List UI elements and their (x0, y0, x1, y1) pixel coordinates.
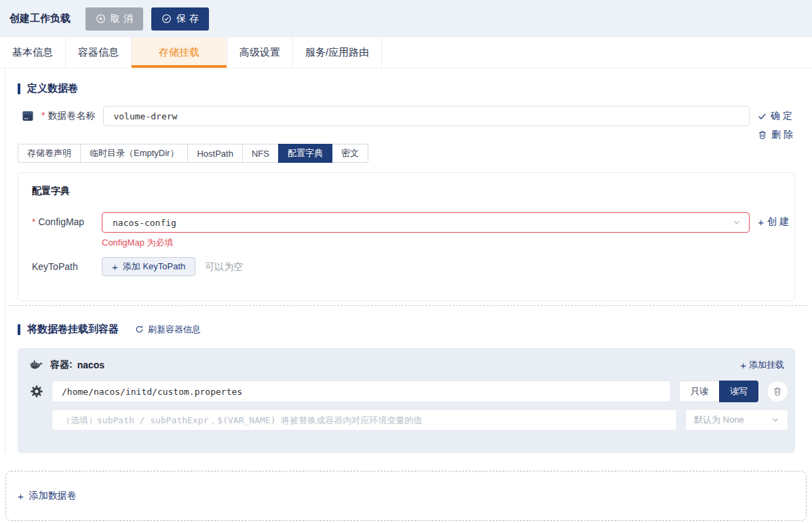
add-mount-link[interactable]: + 添加挂载 (740, 359, 788, 371)
mount-to-container-section: 将数据卷挂载到容器 刷新容器信息 (18, 323, 795, 453)
tab-container-info[interactable]: 容器信息 (66, 37, 132, 68)
create-configmap-link[interactable]: + 创建 (758, 212, 789, 228)
access-mode-toggle: 只读 读写 (679, 381, 758, 402)
remove-mount-button[interactable] (767, 381, 788, 402)
check-icon (758, 112, 767, 121)
gear-icon (30, 385, 43, 398)
volume-type-tabs: 存储卷声明 临时目录（EmptyDir） HostPath NFS 配置字典 密… (18, 144, 368, 163)
type-tab-emptydir[interactable]: 临时目录（EmptyDir） (80, 144, 188, 163)
refresh-icon (135, 325, 144, 334)
main-tab-bar: 基本信息 容器信息 存储挂载 高级设置 服务/应用路由 (0, 37, 812, 69)
configmap-panel-title: 配置字典 (32, 185, 789, 197)
tab-basic-info[interactable]: 基本信息 (0, 37, 66, 68)
container-header: 容器: nacos + 添加挂载 (30, 359, 788, 371)
tab-advanced-settings[interactable]: 高级设置 (227, 37, 293, 68)
section-bar (18, 83, 20, 94)
add-volume-button[interactable]: + 添加数据卷 (5, 471, 807, 521)
plus-icon: + (740, 360, 746, 371)
container-name: nacos (77, 360, 104, 370)
delete-volume-button[interactable]: 删除 (758, 129, 793, 141)
readonly-toggle[interactable]: 只读 (679, 381, 719, 402)
keytopath-label: KeyToPath (32, 257, 102, 272)
container-mount-panel: 容器: nacos + 添加挂载 (18, 348, 795, 453)
page-header: 创建工作负载 取消 保存 (0, 0, 812, 37)
plus-icon: + (758, 216, 764, 228)
keytopath-hint: 可以为空 (205, 257, 243, 273)
drive-icon (21, 109, 35, 123)
add-keytopath-button[interactable]: + 添加 KeyToPath (102, 257, 195, 276)
tab-storage-mount[interactable]: 存储挂载 (132, 37, 227, 68)
mode-select[interactable]: 默认为 None (685, 409, 788, 431)
cancel-button[interactable]: 取消 (85, 7, 143, 31)
volume-name-input[interactable] (103, 106, 750, 126)
circle-x-icon (96, 14, 106, 24)
configmap-panel: 配置字典 *ConfigMap nacos-config + 创建 (18, 172, 795, 301)
container-label: 容器: (50, 359, 73, 371)
create-workload-page: 创建工作负载 取消 保存 基本信息 容器信息 存储挂载 高级设置 (0, 0, 812, 521)
section-divider (8, 305, 807, 306)
plus-icon: + (112, 261, 118, 273)
configmap-label: *ConfigMap (32, 212, 102, 227)
type-tab-hostpath[interactable]: HostPath (187, 144, 242, 163)
mode-select-placeholder: 默认为 None (694, 414, 744, 426)
refresh-containers-link[interactable]: 刷新容器信息 (135, 324, 201, 336)
save-button[interactable]: 保存 (151, 7, 209, 31)
save-label: 保存 (176, 13, 202, 25)
type-tab-pvc[interactable]: 存储卷声明 (18, 144, 81, 163)
chevron-down-icon (771, 416, 779, 424)
define-volume-section: 定义数据卷 *数据卷名称 (18, 82, 795, 306)
docker-whale-icon (30, 360, 43, 370)
mount-path-row: 只读 读写 (30, 381, 788, 402)
section-bar (18, 324, 20, 335)
configmap-select[interactable]: nacos-config (102, 212, 750, 233)
mount-path-input[interactable] (52, 381, 671, 402)
volume-name-label: *数据卷名称 (41, 110, 95, 122)
subpath-row: 默认为 None (30, 409, 788, 431)
configmap-error-message: ConfigMap 为必填 (102, 237, 789, 249)
confirm-volume-button[interactable]: 确定 (758, 110, 793, 122)
subpath-input[interactable] (52, 409, 677, 431)
tab-service-routes[interactable]: 服务/应用路由 (293, 37, 382, 68)
configmap-field-row: *ConfigMap nacos-config + 创建 (32, 212, 789, 233)
type-tab-secret[interactable]: 密文 (332, 144, 368, 163)
chevron-down-icon (733, 218, 741, 227)
readwrite-toggle[interactable]: 读写 (719, 381, 758, 402)
circle-check-icon (161, 14, 172, 24)
plus-icon: + (18, 490, 24, 502)
volume-name-row: *数据卷名称 (18, 106, 795, 126)
configmap-select-value: nacos-config (111, 218, 733, 228)
trash-icon (758, 130, 767, 140)
keytopath-field-row: KeyToPath + 添加 KeyToPath 可以为空 (32, 257, 789, 276)
cancel-label: 取消 (111, 13, 136, 25)
volume-actions: 确定 删除 (758, 110, 793, 141)
page-title: 创建工作负载 (9, 12, 71, 25)
trash-icon (773, 387, 782, 396)
type-tab-nfs[interactable]: NFS (242, 144, 279, 163)
type-tab-configmap[interactable]: 配置字典 (278, 144, 332, 163)
define-volume-title: 定义数据卷 (18, 82, 795, 95)
mount-section-title: 将数据卷挂载到容器 刷新容器信息 (18, 323, 795, 336)
storage-mount-content: 定义数据卷 *数据卷名称 (5, 69, 812, 453)
